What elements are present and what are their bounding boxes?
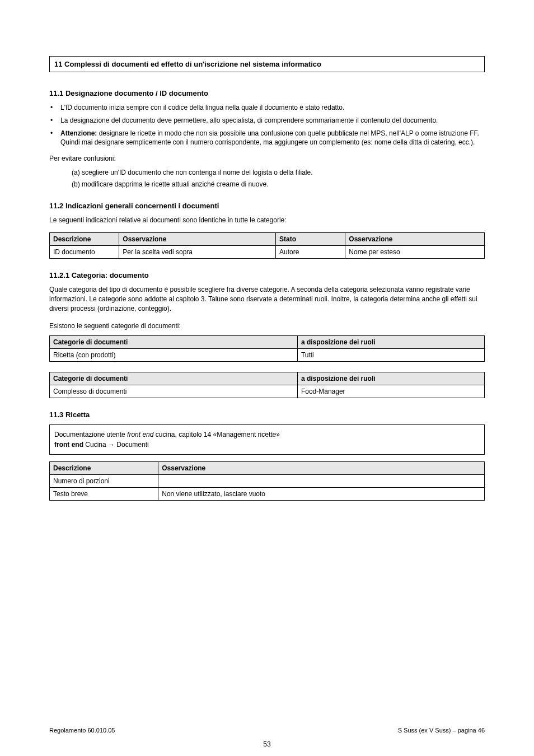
docbox-line2-bold: front end [54, 441, 83, 449]
sublist-11-1: (a) scegliere un'ID documento che non co… [49, 168, 485, 189]
page-footer: Regolamento 60.010.05 S Suss (ex V Suss)… [49, 727, 485, 734]
table-row: Testo breve Non viene utilizzato, lascia… [50, 487, 485, 500]
tables-label-11-2-1: Esistono le seguenti categorie di docume… [49, 321, 485, 331]
list-item: • L'ID documento inizia sempre con il co… [49, 103, 485, 113]
th-categorie: Categorie di documenti [50, 335, 298, 348]
bullet-icon: • [49, 103, 60, 113]
sublist-item: (b) modificare dapprima le ricette attua… [72, 180, 485, 189]
table-row: Complesso di documenti Food-Manager [50, 385, 485, 398]
docbox-line1-plain: Documentazione utente [54, 431, 127, 438]
th-osservazione: Osservazione [158, 461, 485, 474]
th-osservazione-1: Osservazione [119, 233, 276, 246]
table-header-row: Categorie di documenti a disposizione de… [50, 335, 485, 348]
th-categorie: Categorie di documenti [50, 372, 298, 385]
attention-text: designare le ricette in modo che non sia… [60, 129, 479, 147]
bullet-icon: • [49, 129, 60, 138]
td-autore: Autore [276, 246, 345, 259]
td-oss-1: Per la scelta vedi sopra [119, 246, 276, 259]
td-cat: Ricetta (con prodotti) [50, 348, 298, 361]
table-general-document-info: Descrizione Osservazione Stato Osservazi… [49, 232, 485, 259]
docbox-line-1: Documentazione utente front end cucina, … [54, 430, 480, 440]
section-title-box: 11 Complessi di documenti ed effetto di … [49, 56, 485, 72]
footer-right: S Suss (ex V Suss) – pagina 46 [398, 727, 485, 734]
table-header-row: Descrizione Osservazione [50, 461, 485, 474]
td-desc: Testo breve [50, 487, 158, 500]
th-ruoli: a disposizione dei ruoli [297, 372, 484, 385]
page-number: 53 [0, 740, 534, 748]
th-descrizione: Descrizione [50, 233, 119, 246]
sublist-item-text: (a) scegliere un'ID documento che non co… [72, 168, 485, 178]
td-ruoli: Tutti [297, 348, 484, 361]
list-item-text: La designazione del documento deve perme… [60, 116, 485, 125]
heading-11-1: 11.1 Designazione documento / ID documen… [49, 89, 485, 97]
td-oss [158, 474, 485, 487]
docbox-line1-rest: cucina, capitolo 14 «Management ricette» [153, 431, 279, 438]
docbox-line2-rest: Cucina → Documenti [83, 441, 149, 449]
list-item: • La designazione del documento deve per… [49, 116, 485, 125]
section-title-text: 11 Complessi di documenti ed effetto di … [54, 60, 321, 68]
td-oss: Non viene utilizzato, lasciare vuoto [158, 487, 485, 500]
td-id-documento: ID documento [50, 246, 119, 259]
list-item-attention: • Attenzione: designare le ricette in mo… [49, 129, 485, 148]
td-oss-2: Nome per esteso [345, 246, 485, 259]
docbox-line1-italic: front end [127, 431, 153, 438]
td-ruoli: Food-Manager [297, 385, 484, 398]
sublist-item-text: (b) modificare dapprima le ricette attua… [72, 180, 485, 189]
documentation-reference-box: Documentazione utente front end cucina, … [49, 424, 485, 455]
th-ruoli: a disposizione dei ruoli [297, 335, 484, 348]
text-11-2-1: Quale categoria del tipo di documento è … [49, 285, 485, 313]
sublist-item: (a) scegliere un'ID documento che non co… [72, 168, 485, 178]
intro-11-2: Le seguenti indicazioni relative ai docu… [49, 216, 485, 225]
td-desc: Numero di porzioni [50, 474, 158, 487]
subhead-avoid-confusion: Per evitare confusioni: [49, 154, 485, 164]
bullet-list-11-1: • L'ID documento inizia sempre con il co… [49, 103, 485, 147]
th-descrizione: Descrizione [50, 461, 158, 474]
table-header-row: Categorie di documenti a disposizione de… [50, 372, 485, 385]
attention-label: Attenzione: [60, 129, 97, 137]
th-stato: Stato [276, 233, 345, 246]
th-osservazione-2: Osservazione [345, 233, 485, 246]
heading-11-2: 11.2 Indicazioni generali concernenti i … [49, 202, 485, 210]
footer-left: Regolamento 60.010.05 [49, 727, 115, 734]
table-doc-categories-2: Categorie di documenti a disposizione de… [49, 372, 485, 398]
table-ricetta: Descrizione Osservazione Numero di porzi… [49, 461, 485, 501]
bullet-icon: • [49, 116, 60, 125]
list-item-text: Attenzione: designare le ricette in modo… [60, 129, 485, 148]
table-row: ID documento Per la scelta vedi sopra Au… [50, 246, 485, 259]
list-item-text: L'ID documento inizia sempre con il codi… [60, 103, 485, 113]
docbox-line-2: front end Cucina → Documenti [54, 440, 480, 450]
heading-11-3: 11.3 Ricetta [49, 410, 485, 419]
table-doc-categories-1: Categorie di documenti a disposizione de… [49, 335, 485, 362]
table-row: Numero di porzioni [50, 474, 485, 487]
table-header-row: Descrizione Osservazione Stato Osservazi… [50, 233, 485, 246]
heading-11-2-1: 11.2.1 Categoria: documento [49, 271, 485, 279]
td-cat: Complesso di documenti [50, 385, 298, 398]
table-row: Ricetta (con prodotti) Tutti [50, 348, 485, 361]
